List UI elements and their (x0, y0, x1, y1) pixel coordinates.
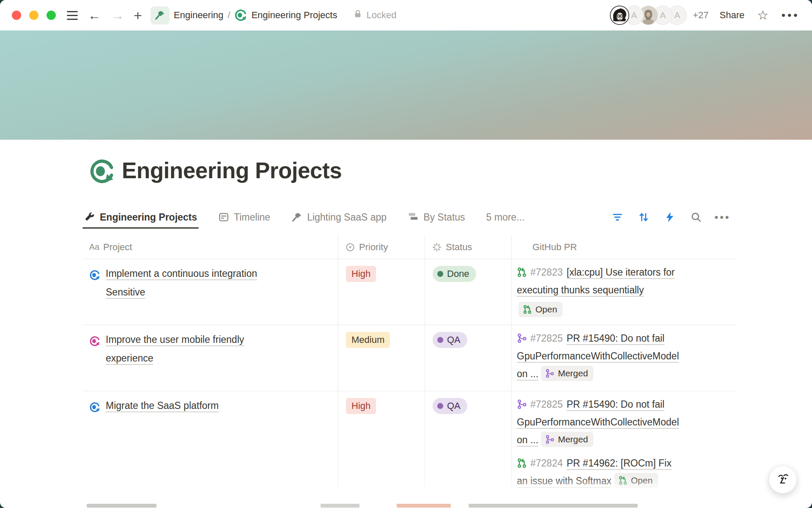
window-titlebar: ← → + Engineering / Engineering Projects… (0, 0, 812, 30)
github-pr-cell: #72823[xla:cpu] Use iterators forexecuti… (512, 259, 736, 325)
sidebar-toggle-icon[interactable] (67, 11, 78, 20)
column-header-priority[interactable]: Priority (338, 235, 425, 259)
github-pr-cell: #72825PR #15490: Do not failGpuPerforman… (512, 325, 736, 391)
status-dot (437, 403, 443, 409)
clipped-next-row-text (469, 504, 638, 508)
priority-cell[interactable]: Medium (338, 325, 425, 391)
zoom-window-button[interactable] (47, 11, 56, 20)
priority-tag-medium: Medium (346, 332, 390, 348)
hammer-icon[interactable] (151, 6, 170, 25)
projects-table: AaProjectPriorityStatusGitHub PR Impleme… (82, 235, 736, 502)
new-page-plus-icon[interactable]: + (134, 8, 142, 22)
tab-label: By Status (423, 212, 465, 223)
locked-label: Locked (366, 10, 396, 21)
bottom-fade-overlay (0, 476, 812, 502)
page-cover-image[interactable] (0, 30, 812, 140)
pr-state-label: Open (535, 303, 557, 315)
database-view-tabs: Engineering ProjectsTimelineLighting Saa… (82, 206, 736, 229)
forward-arrow-icon: → (111, 9, 124, 22)
tab-5-more-[interactable]: 5 more... (485, 206, 527, 229)
notion-window: ← → + Engineering / Engineering Projects… (0, 0, 812, 508)
breadcrumb-separator: / (228, 10, 230, 21)
hammer-icon (291, 212, 302, 223)
share-button[interactable]: Share (720, 10, 745, 21)
priority-property-icon (345, 242, 355, 252)
collaborator-avatars[interactable]: AAA (610, 6, 687, 25)
filter-icon[interactable] (612, 211, 623, 223)
minimize-window-button[interactable] (29, 11, 38, 20)
priority-cell[interactable]: High (338, 259, 425, 325)
sort-icon[interactable] (638, 211, 650, 223)
hammer-glyph (154, 10, 165, 21)
page-icon-target-arrow[interactable] (89, 158, 115, 185)
table-body: Implement a continuous integrationSensit… (82, 259, 736, 502)
pull-request-open-icon (517, 265, 527, 275)
page-title[interactable]: Engineering Projects (122, 157, 342, 183)
pr-link-entry[interactable]: #72825PR #15490: Do not failGpuPerforman… (517, 395, 732, 449)
pull-request-open-icon (517, 456, 527, 466)
column-header-github-pr[interactable]: GitHub PR (512, 235, 736, 259)
column-header-project[interactable]: AaProject (82, 235, 338, 259)
clipped-next-row-text (87, 504, 156, 508)
priority-tag-high: High (346, 266, 376, 282)
locked-indicator[interactable]: Locked (353, 9, 396, 22)
target-arrow-icon (89, 334, 100, 345)
tab-engineering-projects[interactable]: Engineering Projects (82, 206, 199, 229)
target-arrow-icon (89, 268, 100, 279)
status-pill-qa: QA (433, 398, 467, 414)
pr-link-entry[interactable]: #72823[xla:cpu] Use iterators forexecuti… (517, 263, 732, 319)
project-title-link[interactable]: Migrate the SaaS platform (106, 396, 219, 415)
status-cell[interactable]: QA (425, 325, 512, 391)
table-row: Improve the user mobile friendlyexperien… (82, 325, 736, 391)
column-header-status[interactable]: Status (425, 235, 512, 259)
tab-label: Timeline (234, 212, 270, 223)
tab-timeline[interactable]: Timeline (217, 206, 272, 229)
favorite-star-icon[interactable]: ☆ (757, 9, 768, 22)
close-window-button[interactable] (12, 11, 21, 20)
pr-state-badge[interactable]: Merged (541, 432, 593, 447)
board-icon (408, 212, 419, 223)
more-options-icon[interactable]: ●●● (781, 11, 799, 19)
status-cell[interactable]: Done (425, 259, 512, 325)
status-dot (437, 337, 443, 343)
column-label: GitHub PR (532, 242, 577, 253)
more-view-options-icon[interactable]: ●●● (716, 211, 728, 223)
wrench-icon (84, 212, 95, 223)
project-title-link[interactable]: Improve the user mobile friendlyexperien… (106, 330, 244, 367)
breadcrumb-item-engineering-projects[interactable]: Engineering Projects (251, 10, 337, 21)
tab-lighting-saas-app[interactable]: Lighting SaaS app (290, 206, 388, 229)
tab-label: 5 more... (486, 212, 525, 223)
pr-state-line: Open (518, 301, 732, 319)
notion-ai-button[interactable] (769, 466, 797, 494)
pr-state-badge[interactable]: Merged (541, 366, 593, 381)
project-title-link[interactable]: Implement a continuous integrationSensit… (106, 264, 257, 301)
column-label: Priority (359, 242, 388, 253)
tab-by-status[interactable]: By Status (406, 206, 466, 229)
avatar-illustrated[interactable] (610, 6, 629, 25)
pull-request-merged-icon (517, 331, 527, 341)
project-cell: Implement a continuous integrationSensit… (82, 259, 338, 325)
status-label: Done (447, 268, 469, 280)
status-pill-qa: QA (433, 332, 467, 348)
table-header-row: AaProjectPriorityStatusGitHub PR (82, 235, 736, 259)
pull-request-open-icon (523, 305, 532, 314)
breadcrumb-item-engineering[interactable]: Engineering (174, 10, 223, 21)
search-icon[interactable] (690, 211, 702, 223)
pr-state-badge[interactable]: Open (518, 302, 562, 317)
priority-tag-high: High (346, 398, 376, 414)
text-property-icon: Aa (89, 242, 99, 252)
automation-icon[interactable] (664, 211, 676, 223)
pr-number: #72823 (530, 267, 563, 278)
pr-link-entry[interactable]: #72825PR #15490: Do not failGpuPerforman… (517, 329, 732, 383)
avatar-overflow-count[interactable]: +27 (693, 10, 708, 21)
clipped-next-row-badge (397, 504, 451, 508)
breadcrumb: Engineering / Engineering Projects (170, 9, 337, 22)
table-row: Implement a continuous integrationSensit… (82, 259, 736, 325)
target-arrow-icon (89, 400, 100, 411)
view-toolbar: ●●● (612, 211, 736, 223)
back-arrow-icon[interactable]: ← (88, 9, 101, 22)
pull-request-merged-icon (545, 369, 554, 378)
status-dot (437, 271, 443, 277)
column-label: Project (103, 242, 132, 253)
pr-number: #72824 (530, 458, 563, 469)
